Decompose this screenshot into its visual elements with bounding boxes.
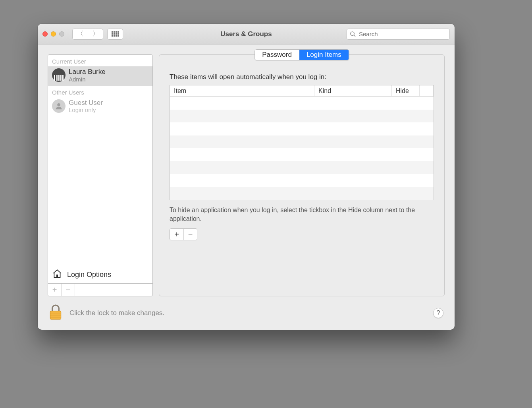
minimize-window-button[interactable] <box>51 31 56 37</box>
svg-rect-7 <box>58 75 60 81</box>
table-row <box>170 148 434 161</box>
nav-buttons: 〈 〉 <box>72 29 103 40</box>
hide-hint: To hide an application when you log in, … <box>170 206 434 223</box>
tab-login-items[interactable]: Login Items <box>299 50 349 60</box>
search-input[interactable] <box>347 29 450 40</box>
user-role: Login only <box>69 106 103 113</box>
svg-rect-6 <box>58 75 58 81</box>
back-button[interactable]: 〈 <box>73 29 88 39</box>
svg-rect-3 <box>54 75 55 81</box>
login-items-add-remove: + − <box>170 228 197 240</box>
window-controls <box>42 31 64 37</box>
login-options-button[interactable]: Login Options <box>48 266 152 283</box>
forward-button[interactable]: 〉 <box>88 29 103 39</box>
svg-rect-9 <box>60 75 62 81</box>
login-items-description: These items will open automatically when… <box>170 73 434 81</box>
users-sidebar: Current User Laura Burke Admin Other Use… <box>48 54 153 296</box>
svg-point-12 <box>57 103 60 106</box>
search-icon <box>350 31 356 38</box>
window-footer: Click the lock to make changes. ? <box>38 296 455 330</box>
column-header-item[interactable]: Item <box>170 85 314 96</box>
add-login-item-button[interactable]: + <box>170 229 183 240</box>
show-all-button[interactable] <box>107 29 123 40</box>
add-user-button[interactable]: + <box>48 284 62 296</box>
main-panel: Password Login Items These items will op… <box>159 54 445 296</box>
login-items-table: Item Kind Hide <box>170 85 434 200</box>
zoom-window-button <box>59 31 64 37</box>
svg-line-1 <box>354 35 355 37</box>
section-label-other-users: Other Users <box>48 86 152 97</box>
table-row <box>170 122 434 135</box>
user-name: Guest User <box>69 99 103 107</box>
table-header: Item Kind Hide <box>170 85 434 97</box>
content-area: Current User Laura Burke Admin Other Use… <box>38 44 455 296</box>
chevron-left-icon: 〈 <box>77 30 83 38</box>
remove-login-item-button[interactable]: − <box>183 229 197 240</box>
lock-hint: Click the lock to make changes. <box>69 309 164 317</box>
help-button[interactable]: ? <box>433 308 443 318</box>
sidebar-footer: + − <box>48 283 152 296</box>
svg-rect-8 <box>60 75 60 81</box>
avatar-guest-user <box>52 99 66 113</box>
table-row <box>170 110 434 123</box>
avatar-current-user <box>52 68 66 82</box>
table-row <box>170 161 434 174</box>
tab-password[interactable]: Password <box>255 50 299 60</box>
svg-rect-11 <box>62 75 64 81</box>
grid-icon <box>112 31 119 37</box>
house-icon <box>52 269 62 281</box>
lock-icon[interactable] <box>49 304 62 322</box>
svg-rect-5 <box>56 75 58 81</box>
table-row <box>170 135 434 149</box>
user-row-current[interactable]: Laura Burke Admin <box>48 66 152 86</box>
table-row <box>170 174 434 187</box>
column-header-hide[interactable]: Hide <box>392 85 420 96</box>
titlebar: 〈 〉 Users & Groups <box>38 24 455 44</box>
tab-bar: Password Login Items <box>254 49 349 60</box>
user-role: Admin <box>69 76 106 83</box>
svg-rect-4 <box>56 75 56 81</box>
table-body[interactable] <box>170 97 434 200</box>
close-window-button[interactable] <box>42 31 48 37</box>
user-name: Laura Burke <box>69 68 106 76</box>
login-options-label: Login Options <box>67 271 111 279</box>
section-label-current-user: Current User <box>48 55 152 66</box>
user-row-guest[interactable]: Guest User Login only <box>48 97 152 117</box>
svg-point-0 <box>351 31 354 35</box>
remove-user-button[interactable]: − <box>62 284 75 296</box>
preferences-window: 〈 〉 Users & Groups Current User <box>38 24 455 330</box>
svg-rect-10 <box>62 75 62 81</box>
table-row <box>170 97 434 110</box>
svg-rect-13 <box>56 275 58 278</box>
column-header-spacer <box>420 85 434 96</box>
column-header-kind[interactable]: Kind <box>314 85 392 96</box>
table-row <box>170 187 434 200</box>
chevron-right-icon: 〉 <box>93 30 99 38</box>
